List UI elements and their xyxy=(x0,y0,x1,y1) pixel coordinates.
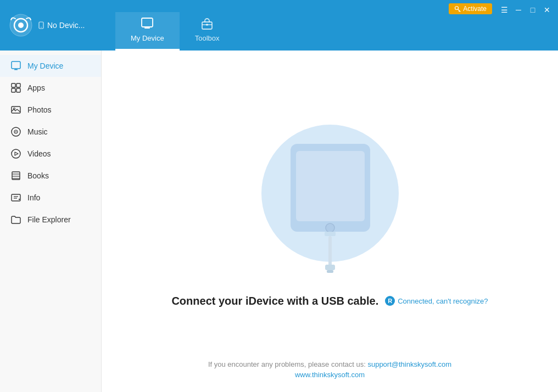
svg-rect-19 xyxy=(12,88,15,92)
sidebar-item-books[interactable]: Books xyxy=(0,165,101,187)
svg-rect-38 xyxy=(296,151,365,221)
footer-link-row: www.thinkskysoft.com xyxy=(102,371,558,379)
svg-rect-17 xyxy=(12,83,15,87)
cant-recognize-link[interactable]: R Connected, can't recognize? xyxy=(385,296,488,306)
sidebar-item-file-explorer[interactable]: File Explorer xyxy=(0,209,101,231)
sidebar-file-explorer-label: File Explorer xyxy=(27,215,71,224)
svg-rect-5 xyxy=(142,18,153,27)
footer-contact-prefix: If you encounter any problems, please co… xyxy=(208,360,368,368)
books-icon xyxy=(11,171,21,181)
svg-rect-40 xyxy=(325,232,336,236)
tab-toolbox-label: Toolbox xyxy=(195,34,220,42)
my-device-tab-icon xyxy=(140,16,155,32)
svg-point-2 xyxy=(18,23,24,28)
videos-icon xyxy=(11,149,21,159)
maximize-button[interactable]: □ xyxy=(526,3,539,16)
footer-website-link[interactable]: www.thinkskysoft.com xyxy=(295,371,365,379)
tab-my-device-label: My Device xyxy=(131,34,164,42)
sidebar-item-photos[interactable]: Photos xyxy=(0,99,101,121)
music-icon xyxy=(11,127,21,137)
title-bar: No Devic... My Device Toolbox xyxy=(0,0,558,51)
device-illustration xyxy=(248,114,412,278)
device-label: No Devic... xyxy=(47,21,85,30)
activate-button[interactable]: Activate xyxy=(449,3,492,14)
footer-area: If you encounter any problems, please co… xyxy=(102,360,558,379)
svg-rect-42 xyxy=(325,265,335,270)
connect-message: Connect your iDevice with a USB cable. xyxy=(171,295,378,307)
svg-rect-35 xyxy=(19,199,20,200)
sidebar-books-label: Books xyxy=(27,171,49,180)
photos-icon xyxy=(11,105,21,115)
tab-my-device[interactable]: My Device xyxy=(115,12,180,51)
svg-marker-27 xyxy=(15,152,18,155)
sidebar-my-device-label: My Device xyxy=(27,61,63,70)
connect-row: Connect your iDevice with a USB cable. R… xyxy=(171,295,488,307)
svg-point-39 xyxy=(326,223,334,232)
apps-icon xyxy=(11,83,21,93)
device-status: No Devic... xyxy=(37,21,85,30)
device-icon xyxy=(11,61,21,71)
content-area: Connect your iDevice with a USB cable. R… xyxy=(102,51,558,392)
svg-rect-43 xyxy=(327,270,333,273)
cant-recognize-icon: R xyxy=(385,296,395,306)
main-area: My Device Apps Photos Music Videos xyxy=(0,51,558,392)
sidebar-item-info[interactable]: Info xyxy=(0,187,101,209)
sidebar-item-videos[interactable]: Videos xyxy=(0,143,101,165)
sidebar-videos-label: Videos xyxy=(27,149,51,158)
sidebar-photos-label: Photos xyxy=(27,105,52,114)
folder-icon xyxy=(11,215,21,225)
svg-rect-20 xyxy=(16,88,20,92)
svg-rect-6 xyxy=(144,27,150,29)
svg-rect-18 xyxy=(16,83,20,87)
sidebar-apps-label: Apps xyxy=(27,83,45,92)
app-logo xyxy=(9,13,33,37)
cant-recognize-label: Connected, can't recognize? xyxy=(398,297,488,305)
footer-email-link[interactable]: support@thinkskysoft.com xyxy=(367,360,451,368)
svg-rect-32 xyxy=(12,194,20,201)
toolbox-tab-icon xyxy=(199,16,215,32)
title-bar-left: No Devic... xyxy=(0,0,115,51)
sidebar-music-label: Music xyxy=(27,127,48,136)
sidebar-item-my-device[interactable]: My Device xyxy=(0,55,101,77)
sidebar: My Device Apps Photos Music Videos xyxy=(0,51,102,392)
sidebar-item-apps[interactable]: Apps xyxy=(0,77,101,99)
svg-rect-41 xyxy=(328,236,332,266)
tab-toolbox[interactable]: Toolbox xyxy=(180,12,235,51)
close-button[interactable]: ✕ xyxy=(540,3,554,16)
sidebar-info-label: Info xyxy=(27,193,40,202)
minimize-button[interactable]: ─ xyxy=(512,3,525,16)
title-bar-controls: Activate ☰ ─ □ ✕ xyxy=(444,0,558,51)
svg-rect-10 xyxy=(206,24,208,26)
key-icon xyxy=(454,5,461,12)
menu-button[interactable]: ☰ xyxy=(498,3,511,16)
activate-label: Activate xyxy=(463,5,487,13)
sidebar-item-music[interactable]: Music xyxy=(0,121,101,143)
svg-point-25 xyxy=(15,131,16,132)
svg-point-26 xyxy=(12,149,20,158)
phone-small-icon xyxy=(37,21,45,29)
svg-rect-15 xyxy=(14,69,18,70)
info-icon xyxy=(11,193,21,203)
svg-rect-14 xyxy=(12,61,20,69)
footer-contact-row: If you encounter any problems, please co… xyxy=(102,360,558,368)
title-bar-nav: My Device Toolbox xyxy=(115,0,444,51)
